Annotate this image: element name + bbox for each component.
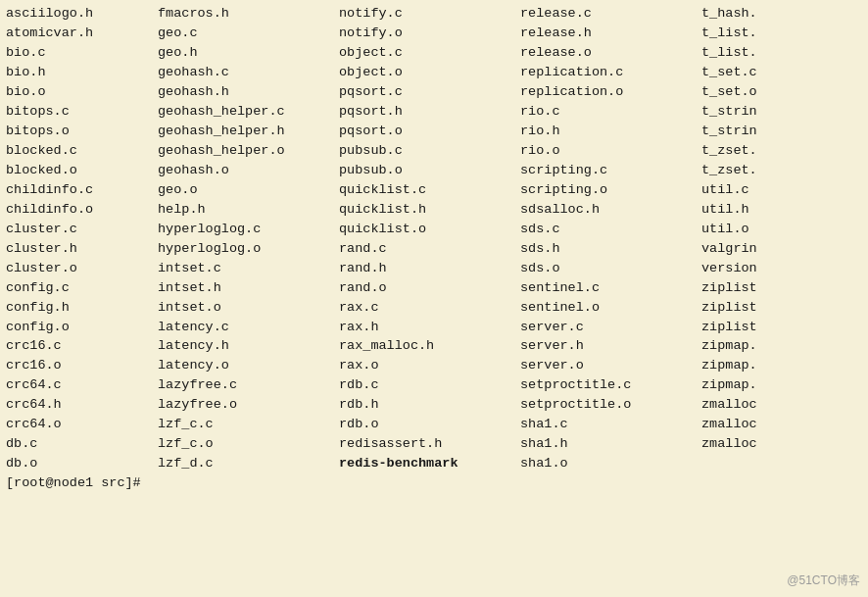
file-item: geohash.h [158, 82, 339, 102]
file-item: object.c [339, 43, 520, 63]
file-item: util.h [701, 200, 862, 220]
file-item: pubsub.o [339, 161, 520, 180]
watermark: @51CTO博客 [787, 572, 860, 589]
file-item: replication.c [520, 63, 701, 82]
file-item: bitops.c [6, 102, 158, 122]
file-item: scripting.c [520, 161, 701, 180]
file-grid: asciilogo.hfmacros.hnotify.crelease.ct_h… [6, 4, 862, 473]
file-item: lzf_c.c [158, 415, 339, 434]
file-item: crc64.o [6, 415, 158, 434]
file-item: setproctitle.o [520, 395, 701, 415]
file-item: geo.h [158, 43, 339, 63]
file-item: notify.o [339, 24, 520, 43]
file-item: sds.c [520, 220, 701, 239]
file-item: zipmap. [701, 375, 862, 395]
file-item: crc64.c [6, 375, 158, 395]
file-item: rio.o [520, 141, 701, 161]
file-item: geo.c [158, 24, 339, 43]
file-item: redis-benchmark [339, 454, 520, 473]
file-item: config.o [6, 318, 158, 337]
file-item: rax.o [339, 356, 520, 375]
file-item: t_list. [701, 24, 862, 43]
terminal: asciilogo.hfmacros.hnotify.crelease.ct_h… [0, 0, 868, 597]
file-item: quicklist.o [339, 220, 520, 239]
file-item: lzf_c.o [158, 434, 339, 454]
file-item: sds.h [520, 239, 701, 259]
file-item: ziplist [701, 318, 862, 337]
file-item: pubsub.c [339, 141, 520, 161]
file-item: release.h [520, 24, 701, 43]
file-item: latency.h [158, 336, 339, 356]
file-item: cluster.c [6, 220, 158, 239]
file-item: intset.h [158, 278, 339, 298]
file-item: rdb.h [339, 395, 520, 415]
file-item: util.c [701, 180, 862, 200]
file-item: lzf_d.c [158, 454, 339, 473]
file-item: quicklist.h [339, 200, 520, 220]
file-item: rdb.o [339, 415, 520, 434]
file-item: config.c [6, 278, 158, 298]
file-item: bio.o [6, 82, 158, 102]
file-item: geohash.o [158, 161, 339, 180]
file-item: hyperloglog.o [158, 239, 339, 259]
file-item: rio.c [520, 102, 701, 122]
file-item: t_strin [701, 102, 862, 122]
file-item: atomicvar.h [6, 24, 158, 43]
file-item: rand.o [339, 278, 520, 298]
file-item: crc16.c [6, 336, 158, 356]
file-item: rax.c [339, 298, 520, 318]
file-item: cluster.o [6, 259, 158, 278]
file-item: bio.h [6, 63, 158, 82]
file-item: geohash_helper.o [158, 141, 339, 161]
prompt-line: [root@node1 src]# [6, 475, 862, 490]
file-item: asciilogo.h [6, 4, 158, 24]
file-item: cluster.h [6, 239, 158, 259]
file-item: t_list. [701, 43, 862, 63]
file-item: latency.o [158, 356, 339, 375]
file-item: db.c [6, 434, 158, 454]
file-item: pqsort.c [339, 82, 520, 102]
file-item: zmalloc [701, 434, 862, 454]
file-item: bio.c [6, 43, 158, 63]
file-item: rax_malloc.h [339, 336, 520, 356]
file-item: t_strin [701, 122, 862, 141]
file-item: zmalloc [701, 395, 862, 415]
file-item: blocked.o [6, 161, 158, 180]
file-item: rand.c [339, 239, 520, 259]
file-item: blocked.c [6, 141, 158, 161]
file-item: sentinel.c [520, 278, 701, 298]
file-item: sha1.c [520, 415, 701, 434]
file-item: rio.h [520, 122, 701, 141]
file-item: replication.o [520, 82, 701, 102]
file-item: crc64.h [6, 395, 158, 415]
file-item: geohash.c [158, 63, 339, 82]
file-item: redisassert.h [339, 434, 520, 454]
file-item: t_zset. [701, 161, 862, 180]
file-item: rdb.c [339, 375, 520, 395]
file-item: bitops.o [6, 122, 158, 141]
file-item: util.o [701, 220, 862, 239]
file-item: t_set.c [701, 63, 862, 82]
file-item: t_hash. [701, 4, 862, 24]
file-item: lazyfree.o [158, 395, 339, 415]
file-item: sdsalloc.h [520, 200, 701, 220]
file-item: pqsort.o [339, 122, 520, 141]
file-item: valgrin [701, 239, 862, 259]
file-item: zipmap. [701, 356, 862, 375]
file-item: ziplist [701, 278, 862, 298]
file-item: ziplist [701, 298, 862, 318]
file-item: crc16.o [6, 356, 158, 375]
file-item: geohash_helper.c [158, 102, 339, 122]
file-item: sha1.h [520, 434, 701, 454]
file-item: server.h [520, 336, 701, 356]
file-item: notify.c [339, 4, 520, 24]
file-item: server.c [520, 318, 701, 337]
file-item: intset.c [158, 259, 339, 278]
file-item: childinfo.c [6, 180, 158, 200]
file-item: db.o [6, 454, 158, 473]
file-item: rax.h [339, 318, 520, 337]
file-item: help.h [158, 200, 339, 220]
file-item: sentinel.o [520, 298, 701, 318]
file-item: object.o [339, 63, 520, 82]
file-item: childinfo.o [6, 200, 158, 220]
